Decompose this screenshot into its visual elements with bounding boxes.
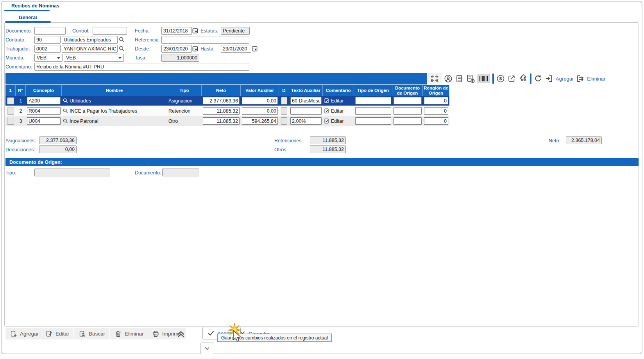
tab-recibos-de-nominas[interactable]: Recibos de Nóminas (11, 3, 59, 9)
row-selector[interactable] (7, 108, 14, 115)
valor-auxiliar-input[interactable] (242, 117, 278, 125)
comentario-input[interactable] (34, 63, 249, 71)
concepto-search-icon[interactable] (63, 118, 68, 124)
document-add-icon[interactable] (466, 74, 475, 83)
trabajador-search-icon[interactable] (119, 46, 125, 52)
d-checkbox[interactable] (281, 107, 287, 115)
trabajador-code-input[interactable] (34, 45, 61, 53)
grid-header: Documento de Origen (392, 85, 423, 96)
estatus-label: Estatus: (200, 28, 218, 34)
referencia-input[interactable] (161, 36, 249, 44)
row-selector[interactable] (7, 97, 14, 104)
grid-header: Texto Auxiliar (289, 85, 323, 96)
grid-header: Tipo de Origen (354, 85, 392, 96)
agregar-label: Agregar (20, 331, 39, 337)
edit-row-button[interactable]: Editar (324, 108, 344, 114)
edit-row-button[interactable]: Editar (324, 98, 344, 104)
resize-columns-icon[interactable] (428, 73, 442, 84)
contrato-label: Contrato: (5, 37, 25, 43)
barcode-icon[interactable] (478, 74, 490, 83)
tipo-origen-input[interactable] (355, 107, 391, 115)
tipo-origen-input[interactable] (355, 97, 391, 104)
concepto-search-icon[interactable] (63, 108, 68, 113)
valor-auxiliar-input[interactable] (242, 97, 278, 104)
tab-general[interactable]: General (19, 15, 37, 20)
grid-header: N° (16, 85, 26, 96)
hasta-calendar-icon[interactable] (252, 46, 258, 52)
grid-agregar-button[interactable]: Agregar (556, 76, 574, 82)
tipo-origen-input[interactable] (355, 117, 391, 125)
desde-input[interactable] (161, 45, 192, 53)
hasta-input[interactable] (221, 45, 251, 53)
valor-auxiliar-input[interactable] (242, 107, 278, 115)
concepto-input[interactable] (27, 107, 61, 115)
buscar-button[interactable]: Buscar (74, 328, 109, 339)
row-delete-icon[interactable] (576, 74, 585, 83)
concepto-input[interactable] (27, 97, 61, 104)
nombre-cell: INCE a Pagar los Trabajadores (70, 108, 137, 114)
grid-row[interactable]: 3 Ince Patronal Otro Editar (5, 116, 449, 126)
tooltip-text: Guarda los cambios realizados en el regi… (221, 335, 328, 341)
external-link-icon[interactable] (507, 74, 516, 83)
contrato-name-input[interactable] (62, 36, 118, 44)
renglon-origen-input[interactable] (424, 107, 448, 115)
moneda-select-2[interactable]: VEB (64, 54, 124, 62)
renglon-origen-input[interactable] (424, 117, 448, 125)
concepto-search-icon[interactable] (63, 98, 68, 103)
puzzle-icon[interactable] (518, 74, 528, 83)
grid-header: Concepto (26, 85, 62, 96)
neto-input[interactable] (203, 97, 240, 104)
contrato-code-input[interactable] (34, 36, 61, 44)
fecha-calendar-icon[interactable] (192, 28, 198, 34)
row-number: 1 (16, 96, 26, 106)
editar-label: Editar (55, 331, 69, 337)
buscar-label: Buscar (89, 331, 105, 337)
texto-auxiliar-input[interactable] (290, 117, 322, 125)
origin-documento-input (162, 169, 199, 176)
otros-total (310, 145, 346, 153)
deducciones-total (39, 145, 77, 153)
contrato-search-icon[interactable] (119, 37, 125, 43)
edit-row-button[interactable]: Editar (324, 118, 344, 124)
grid-header: Neto (202, 85, 241, 96)
grid-header: 1 (5, 85, 16, 96)
grid-header: Renglón de Origen (423, 85, 449, 96)
texto-auxiliar-input[interactable] (290, 107, 322, 115)
neto-total (566, 136, 602, 144)
neto-input[interactable] (203, 107, 240, 115)
documento-origen-input[interactable] (394, 107, 422, 115)
currency-dollar-icon[interactable]: $ (496, 74, 505, 83)
editar-button[interactable]: Editar (41, 328, 73, 339)
add-record-icon (10, 330, 17, 337)
origin-section-title: Documento de Origen: (9, 160, 62, 165)
d-checkbox[interactable] (281, 97, 287, 104)
control-input[interactable] (93, 27, 127, 35)
texto-auxiliar-input[interactable] (290, 97, 322, 104)
renglon-origen-input[interactable] (424, 97, 448, 104)
grid-row[interactable]: 1 Utilidades Asignacion Editar (5, 96, 449, 106)
collapse-toolbar-icon[interactable] (176, 328, 186, 339)
documento-origen-input[interactable] (394, 117, 422, 125)
neto-input[interactable] (203, 117, 240, 125)
row-selector[interactable] (7, 118, 14, 125)
grid-row[interactable]: 2 INCE a Pagar los Trabajadores Retencio… (5, 106, 449, 116)
eliminar-button[interactable]: Eliminar (110, 328, 148, 339)
row-add-icon[interactable] (545, 74, 553, 83)
documento-origen-input[interactable] (394, 97, 422, 104)
user-icon[interactable] (444, 74, 453, 83)
agregar-button[interactable]: Agregar (5, 328, 43, 339)
d-checkbox[interactable] (281, 117, 287, 125)
concepto-input[interactable] (27, 117, 61, 125)
desde-calendar-icon[interactable] (192, 46, 198, 52)
fecha-input[interactable] (161, 27, 192, 35)
control-label: Control: (72, 28, 89, 34)
document-icon[interactable] (455, 74, 463, 83)
concept-grid: 1 N° Concepto Nombre Tipo Neto Valor Aux… (5, 85, 449, 126)
moneda-select-1[interactable]: VEB (34, 54, 63, 62)
trabajador-name-input[interactable] (62, 45, 118, 53)
more-options-button[interactable] (200, 343, 214, 354)
asignaciones-total (39, 136, 77, 144)
documento-input[interactable] (34, 27, 66, 35)
refresh-icon[interactable] (534, 74, 542, 83)
grid-eliminar-button[interactable]: Eliminar (587, 76, 605, 82)
